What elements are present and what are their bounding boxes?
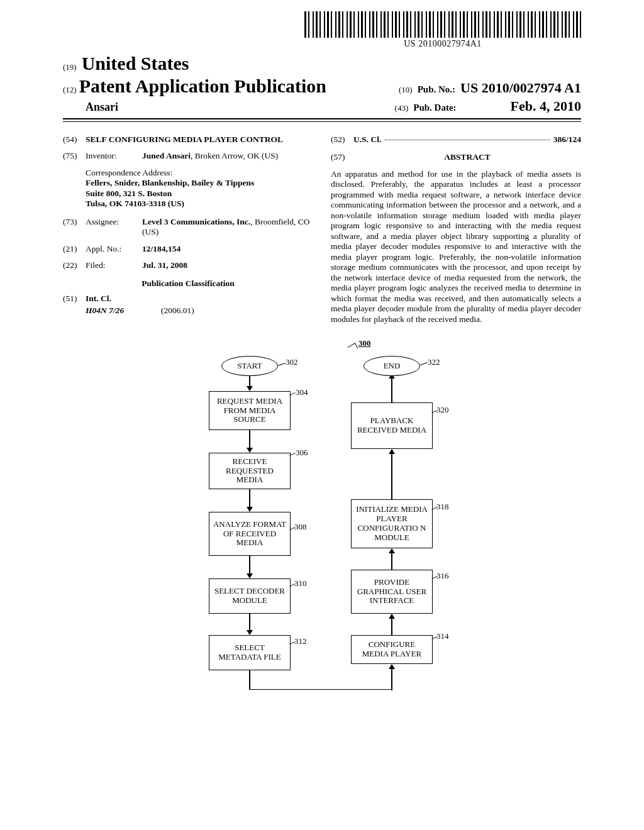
appl-no-value: 12/184,154 (142, 244, 313, 254)
arrowhead-308 (247, 507, 253, 512)
conn-312-down (249, 670, 250, 689)
fc-box-316: PROVIDE GRAPHICAL USER INTERFACE (351, 570, 433, 614)
code-51: (51) (63, 294, 86, 304)
ref-320: 320 (436, 405, 449, 415)
code-12: (12) (63, 85, 77, 94)
arrowhead-306 (247, 448, 253, 453)
assignee-name: Level 3 Communications, Inc. (142, 217, 250, 226)
assignee-label: Assignee: (86, 217, 142, 238)
patent-title: SELF CONFIGURING MEDIA PLAYER CONTROL (86, 135, 313, 145)
fc-box-308: ANALYZE FORMAT OF RECEIVED MEDIA (209, 512, 291, 556)
fc-box-310-text: SELECT DECODER MODULE (212, 587, 287, 606)
field-inventor: (75) Inventor: Juned Ansari, Broken Arro… (63, 151, 313, 161)
leader-302 (278, 363, 286, 366)
fc-box-310: SELECT DECODER MODULE (209, 578, 291, 614)
pub-date-label: Pub. Date: (413, 102, 456, 113)
fc-box-320-text: PLAYBACK RECEIVED MEDIA (354, 416, 430, 435)
intcl-block: H04N 7/26 (2006.01) (86, 306, 313, 316)
code-21: (21) (63, 244, 86, 254)
pub-date-value: Feb. 4, 2010 (511, 98, 581, 114)
pub-no-label: Pub. No.: (418, 84, 455, 95)
ref-304: 304 (296, 387, 308, 397)
fc-end: END (364, 356, 420, 376)
fc-box-314-text: CONFIGURE MEDIA PLAYER (354, 640, 430, 659)
intcl-date: (2006.01) (161, 306, 194, 316)
code-43: (43) (395, 103, 409, 113)
ref-316: 316 (436, 571, 449, 581)
fc-box-306-text: RECEIVE REQUESTED MEDIA (212, 457, 287, 485)
arrowhead-314-in (389, 664, 395, 669)
ref-322: 322 (428, 357, 440, 367)
intcl-code: H04N 7/26 (86, 306, 161, 316)
code-19: (19) (63, 62, 77, 72)
arrowhead-316-in (389, 614, 395, 619)
arrow-316-318 (391, 552, 392, 570)
fc-box-314: CONFIGURE MEDIA PLAYER (351, 635, 433, 664)
ref-312: 312 (294, 636, 307, 646)
code-57: (57) (331, 152, 353, 166)
arrow-310-312 (249, 614, 250, 631)
code-52: (52) (331, 135, 353, 145)
field-uscl: (52) U.S. Cl. 386/124 (331, 135, 581, 145)
arrow-314-316 (391, 617, 392, 635)
inventor-label: Inventor: (86, 151, 142, 161)
field-intcl: (51) Int. Cl. (63, 294, 313, 304)
header-rule-thick (63, 118, 581, 119)
ref-300: 300 (358, 338, 371, 348)
appl-no-label: Appl. No.: (86, 244, 142, 254)
flowchart: 300 START 302 REQUEST MEDIA FROM MEDIA S… (146, 342, 498, 744)
fc-box-312: SELECT METADATA FILE (209, 635, 291, 670)
uscl-dots (385, 132, 549, 140)
arrow-318-320 (391, 453, 392, 499)
arrowhead-320-in (389, 449, 395, 454)
ref-314: 314 (436, 631, 449, 641)
fc-box-320: PLAYBACK RECEIVED MEDIA (351, 402, 433, 449)
arrow-304-306 (249, 430, 250, 449)
filed-label: Filed: (86, 260, 142, 270)
code-10: (10) (399, 85, 413, 95)
country-name: United States (82, 53, 189, 74)
code-22: (22) (63, 260, 86, 270)
field-title: (54) SELF CONFIGURING MEDIA PLAYER CONTR… (63, 135, 313, 145)
correspondence-label: Correspondence Address: (86, 168, 313, 178)
correspondence-addr2: Tulsa, OK 74103-3318 (US) (86, 199, 313, 209)
publication-type: Patent Application Publication (79, 75, 326, 96)
barcode-block: US 20100027974A1 (304, 11, 581, 49)
filed-value: Jul. 31, 2008 (142, 260, 313, 270)
header-inventor-lastname: Ansari (86, 101, 118, 114)
ref-302: 302 (286, 357, 298, 367)
document-header: (19) United States (12) Patent Applicati… (63, 53, 581, 122)
ref-300-leader (347, 343, 358, 353)
code-73: (73) (63, 217, 86, 238)
uscl-value: 386/124 (553, 135, 581, 145)
code-54: (54) (63, 135, 86, 145)
fc-box-306: RECEIVE REQUESTED MEDIA (209, 453, 291, 489)
barcode-graphic (304, 11, 581, 38)
left-column: (54) SELF CONFIGURING MEDIA PLAYER CONTR… (63, 135, 313, 324)
ref-318: 318 (436, 502, 449, 512)
uscl-label: U.S. Cl. (353, 135, 381, 145)
fc-start: START (221, 356, 278, 376)
arrowhead-312 (247, 630, 253, 635)
leader-322 (420, 362, 428, 365)
arrowhead-304 (247, 386, 253, 391)
fc-box-318: INITIALIZE MEDIA PLAYER CONFIGURATIO N M… (351, 499, 433, 548)
fc-box-316-text: PROVIDE GRAPHICAL USER INTERFACE (354, 578, 430, 606)
ref-308: 308 (294, 522, 307, 532)
correspondence-name: Fellers, Snider, Blankenship, Bailey & T… (86, 178, 313, 188)
field-filed: (22) Filed: Jul. 31, 2008 (63, 260, 313, 270)
fc-box-312-text: SELECT METADATA FILE (212, 643, 287, 662)
inventor-value: Juned Ansari, Broken Arrow, OK (US) (142, 151, 313, 161)
field-appl-no: (21) Appl. No.: 12/184,154 (63, 244, 313, 254)
right-column: (52) U.S. Cl. 386/124 (57) ABSTRACT An a… (331, 135, 581, 324)
fc-box-304: REQUEST MEDIA FROM MEDIA SOURCE (209, 391, 291, 430)
arrowhead-318-in (389, 548, 395, 553)
abstract-heading: ABSTRACT (353, 152, 581, 162)
fc-box-308-text: ANALYZE FORMAT OF RECEIVED MEDIA (212, 520, 287, 548)
inventor-location: , Broken Arrow, OK (US) (191, 151, 278, 160)
correspondence-addr1: Suite 800, 321 S. Boston (86, 189, 313, 199)
field-assignee: (73) Assignee: Level 3 Communications, I… (63, 217, 313, 238)
arrow-306-308 (249, 489, 250, 508)
biblio-columns: (54) SELF CONFIGURING MEDIA PLAYER CONTR… (63, 135, 581, 324)
conn-314-up (391, 668, 392, 690)
